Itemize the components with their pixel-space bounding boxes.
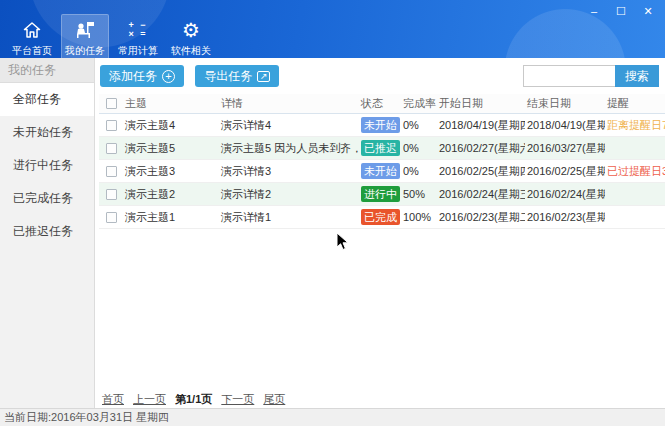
add-task-label: 添加任务 bbox=[109, 68, 157, 85]
my-tasks-icon bbox=[74, 19, 96, 41]
col-subject: 主题 bbox=[123, 96, 219, 111]
status-badge: 已完成 bbox=[361, 209, 400, 225]
minimize-button[interactable]: – bbox=[587, 4, 601, 18]
main-toolbar: 平台首页 我的任务 + −× = 常用计算 ⚙ 软件相关 bbox=[8, 14, 220, 62]
task-subject: 演示主题1 bbox=[123, 210, 219, 225]
page-indicator: 第1/1页 bbox=[175, 392, 212, 407]
table-row[interactable]: 演示主题3 演示详情3 未开始 0% 2016/02/25(星期四) 2016/… bbox=[99, 160, 665, 183]
col-start-date: 开始日期 bbox=[437, 96, 525, 111]
table-row[interactable]: 演示主题5 演示主题5 因为人员未到齐，... 已推迟 0% 2016/02/2… bbox=[99, 137, 665, 160]
task-progress: 0% bbox=[401, 119, 437, 131]
task-subject: 演示主题3 bbox=[123, 164, 219, 179]
col-status: 状态 bbox=[359, 96, 401, 111]
row-checkbox[interactable] bbox=[106, 120, 117, 131]
task-progress: 100% bbox=[401, 211, 437, 223]
task-start-date: 2018/04/19(星期四) bbox=[437, 118, 525, 133]
home-icon bbox=[22, 19, 42, 41]
status-badge: 进行中 bbox=[361, 186, 400, 202]
task-end-date: 2016/02/24(星期三) bbox=[525, 187, 605, 202]
select-all-checkbox[interactable] bbox=[106, 98, 117, 109]
reminder-text: 距离提醒日748天 bbox=[605, 118, 665, 133]
task-start-date: 2016/02/25(星期四) bbox=[437, 164, 525, 179]
task-table-body: 演示主题4 演示详情4 未开始 0% 2018/04/19(星期四) 2018/… bbox=[99, 114, 665, 229]
sidebar-item-not-started[interactable]: 未开始任务 bbox=[0, 116, 94, 149]
nav-software[interactable]: ⚙ 软件相关 bbox=[167, 14, 215, 62]
task-subject: 演示主题2 bbox=[123, 187, 219, 202]
page-prev[interactable]: 上一页 bbox=[133, 392, 166, 407]
status-badge: 未开始 bbox=[361, 163, 400, 179]
close-button[interactable]: ✕ bbox=[641, 4, 655, 18]
sidebar-item-all-tasks[interactable]: 全部任务 bbox=[0, 83, 94, 116]
status-bar: 当前日期:2016年03月31日 星期四 bbox=[0, 408, 665, 426]
sidebar-item-in-progress[interactable]: 进行中任务 bbox=[0, 149, 94, 182]
search-button[interactable]: 搜索 bbox=[615, 65, 659, 87]
sidebar-item-postponed[interactable]: 已推迟任务 bbox=[0, 215, 94, 248]
page-last[interactable]: 尾页 bbox=[263, 392, 285, 407]
sidebar: 我的任务 全部任务 未开始任务 进行中任务 已完成任务 已推迟任务 bbox=[0, 58, 95, 408]
task-detail: 演示详情4 bbox=[219, 118, 359, 133]
sidebar-item-completed[interactable]: 已完成任务 bbox=[0, 182, 94, 215]
page-next[interactable]: 下一页 bbox=[221, 392, 254, 407]
task-subject: 演示主题4 bbox=[123, 118, 219, 133]
search-input[interactable] bbox=[523, 65, 615, 87]
sidebar-title: 我的任务 bbox=[0, 58, 94, 83]
app-header: – ☐ ✕ 平台首页 我的任务 + −× = bbox=[0, 0, 665, 58]
window-controls: – ☐ ✕ bbox=[587, 4, 655, 18]
task-end-date: 2016/03/27(星期日) bbox=[525, 141, 605, 156]
nav-my-tasks[interactable]: 我的任务 bbox=[61, 14, 109, 62]
row-checkbox[interactable] bbox=[106, 166, 117, 177]
task-progress: 0% bbox=[401, 165, 437, 177]
table-row[interactable]: 演示主题4 演示详情4 未开始 0% 2018/04/19(星期四) 2018/… bbox=[99, 114, 665, 137]
col-end-date: 结束日期 bbox=[525, 96, 605, 111]
reminder-text: 已过提醒日35天 bbox=[605, 164, 665, 179]
nav-common-calc[interactable]: + −× = 常用计算 bbox=[114, 14, 162, 62]
task-start-date: 2016/02/24(星期三) bbox=[437, 187, 525, 202]
col-reminder: 提醒 bbox=[605, 96, 665, 111]
page-first[interactable]: 首页 bbox=[102, 392, 124, 407]
current-date-text: 当前日期:2016年03月31日 星期四 bbox=[4, 411, 169, 423]
row-checkbox[interactable] bbox=[106, 212, 117, 223]
task-subject: 演示主题5 bbox=[123, 141, 219, 156]
task-start-date: 2016/02/23(星期二) bbox=[437, 210, 525, 225]
task-detail: 演示详情3 bbox=[219, 164, 359, 179]
task-end-date: 2016/02/23(星期二) bbox=[525, 210, 605, 225]
nav-label: 平台首页 bbox=[12, 44, 52, 58]
export-icon: ↗ bbox=[257, 71, 270, 82]
action-bar: 添加任务 + 导出任务 ↗ 搜索 bbox=[100, 65, 661, 89]
status-badge: 已推迟 bbox=[361, 140, 400, 156]
table-header: 主题 详情 状态 完成率 开始日期 结束日期 提醒 bbox=[99, 94, 665, 114]
task-start-date: 2016/02/27(星期六) bbox=[437, 141, 525, 156]
main-content: 添加任务 + 导出任务 ↗ 搜索 主题 详情 状态 完成率 开始日期 结束日期 … bbox=[96, 58, 665, 408]
calculator-icon: + −× = bbox=[128, 19, 147, 41]
task-table: 主题 详情 状态 完成率 开始日期 结束日期 提醒 演示主题4 演示详情4 未开… bbox=[99, 94, 665, 229]
row-checkbox[interactable] bbox=[106, 143, 117, 154]
table-row[interactable]: 演示主题2 演示详情2 进行中 50% 2016/02/24(星期三) 2016… bbox=[99, 183, 665, 206]
task-detail: 演示详情2 bbox=[219, 187, 359, 202]
nav-platform-home[interactable]: 平台首页 bbox=[8, 14, 56, 62]
task-end-date: 2016/02/25(星期四) bbox=[525, 164, 605, 179]
col-detail: 详情 bbox=[219, 96, 359, 111]
table-row[interactable]: 演示主题1 演示详情1 已完成 100% 2016/02/23(星期二) 201… bbox=[99, 206, 665, 229]
task-progress: 0% bbox=[401, 142, 437, 154]
nav-label: 常用计算 bbox=[118, 44, 158, 58]
export-task-button[interactable]: 导出任务 ↗ bbox=[195, 65, 279, 87]
task-detail: 演示详情1 bbox=[219, 210, 359, 225]
nav-label: 我的任务 bbox=[65, 44, 105, 58]
col-progress: 完成率 bbox=[401, 96, 437, 111]
export-task-label: 导出任务 bbox=[204, 68, 252, 85]
maximize-button[interactable]: ☐ bbox=[614, 4, 628, 18]
add-task-button[interactable]: 添加任务 + bbox=[100, 65, 184, 87]
nav-label: 软件相关 bbox=[171, 44, 211, 58]
task-detail: 演示主题5 因为人员未到齐，... bbox=[219, 141, 359, 156]
row-checkbox[interactable] bbox=[106, 189, 117, 200]
plus-icon: + bbox=[162, 70, 175, 83]
search-area: 搜索 bbox=[523, 65, 659, 87]
status-badge: 未开始 bbox=[361, 117, 400, 133]
gear-icon: ⚙ bbox=[182, 19, 200, 41]
pagination: 首页 上一页 第1/1页 下一页 尾页 bbox=[102, 392, 285, 407]
task-progress: 50% bbox=[401, 188, 437, 200]
task-end-date: 2018/04/19(星期四) bbox=[525, 118, 605, 133]
